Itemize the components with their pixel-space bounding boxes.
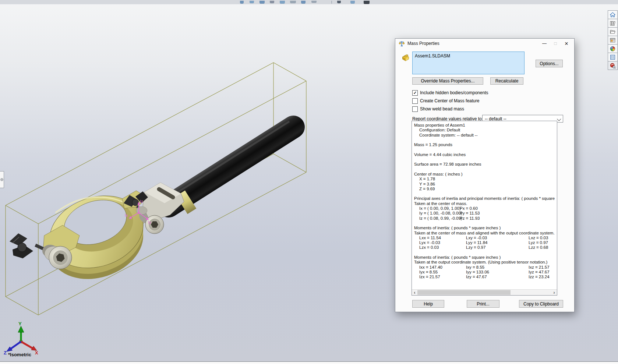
results-line: Izx = 21.57Izy = 47.67Izz = 23.24 [412,275,557,279]
results-line: Lzx = 0.03Lzy = 0.97Lzz = 0.68 [412,245,557,250]
view-palette-icon[interactable] [608,36,618,44]
design-library-icon[interactable] [608,19,618,27]
results-line: Ixx = 147.40Ixy = 8.55Ixz = 21.57 [412,265,557,270]
results-line: Z = 9.69 [412,187,557,191]
checkbox-box[interactable] [412,106,418,112]
toolbar-button-partial[interactable] [290,1,296,3]
results-line: Iy = ( 1.00, -0.08, 0.00)Py = 11.53 [412,211,557,216]
assembly-part-icon [401,53,410,62]
results-line: Y = 3.86 [412,182,557,187]
task-pane-tabs [608,10,618,70]
help-button[interactable]: Help [412,300,444,308]
results-line: Moments of inertia: ( pounds * square in… [412,226,557,230]
file-explorer-icon[interactable] [608,27,618,36]
toolbar-button-partial[interactable] [337,1,341,3]
results-line: Iyx = 8.55Iyy = 133.06Iyz = 47.67 [412,270,557,275]
results-line: Lxx = 11.54Lxy = -0.03Lxz = 0.03 [412,236,557,240]
maximize-button[interactable]: □ [550,40,561,47]
results-line: X = 1.78 [412,177,557,181]
checkbox-com-feature[interactable]: Create Center of Mass feature [412,98,479,104]
results-text: Mass properties of Assem1 Configuration:… [412,121,557,290]
checkbox-label: Include hidden bodies/components [420,90,488,95]
toolbar-button-partial[interactable] [301,1,306,4]
panel-flyout-tab[interactable] [0,171,4,188]
results-line: Mass properties of Assem1 [412,123,557,128]
top-toolbar [0,0,618,4]
blank-line [412,167,557,172]
checkbox-include-hidden[interactable]: Include hidden bodies/components [412,90,488,96]
blank-line [412,221,557,226]
copy-to-clipboard-button[interactable]: Copy to Clipboard [519,300,563,308]
results-line: Taken at the output coordinate system. (… [412,260,557,265]
toolbar-button-partial[interactable] [364,1,370,4]
dialog-title: Mass Properties [407,41,439,46]
override-mass-properties-button[interactable]: Override Mass Properties... [412,77,483,85]
checkbox-label: Create Center of Mass feature [420,98,479,103]
results-line: Iz = ( 0.08, 0.99, -0.09)Pz = 11.93 [412,216,557,221]
checkbox-box[interactable] [412,98,418,104]
principal-axis-label-iy: Iy [148,220,151,225]
custom-properties-icon[interactable] [608,53,618,61]
scrollbar-thumb[interactable] [417,290,511,295]
toolbar-button-partial[interactable] [259,1,265,4]
results-line: Coordinate system: -- default -- [412,133,557,138]
selected-item-box[interactable]: Assem1.SLDASM [412,52,525,74]
toolbar-separator [331,1,332,4]
checkbox-box[interactable] [412,90,418,96]
checkbox-label: Show weld bead mass [420,106,464,112]
results-line: Moments of inertia: ( pounds * square in… [412,255,557,260]
chevron-down-icon [557,117,561,121]
recalculate-button[interactable]: Recalculate [490,77,523,85]
toolbar-button-partial[interactable] [311,1,317,3]
mass-properties-icon [399,40,405,47]
mass-properties-dialog: Mass Properties — □ ✕ Assem1.SLDASM Opti… [395,38,575,312]
checkbox-weld-bead[interactable]: Show weld bead mass [412,106,464,112]
dialog-titlebar[interactable]: Mass Properties — □ ✕ [395,39,574,48]
origin-triad: Y X Z [4,321,38,356]
principal-axis-label-ix: Ix [125,213,128,218]
blank-line [412,138,557,142]
print-button[interactable]: Print... [467,300,499,308]
status-bar [0,361,618,364]
results-line: Configuration: Default [412,128,557,132]
triad-label-z: Z [4,350,7,356]
scroll-left-icon[interactable]: ‹ [412,290,417,295]
results-line: Principal axes of inertia and principal … [412,196,557,201]
flyout-grip-icon [0,178,3,181]
toolbar-button-partial[interactable] [250,1,254,3]
view-orientation-label: *Isometric [8,352,31,357]
home-icon[interactable] [608,10,618,19]
results-line: Taken at the center of mass and aligned … [412,231,557,236]
toolbar-button-partial[interactable] [270,1,274,3]
toolbar-button-partial[interactable] [240,1,244,4]
blank-line [412,157,557,162]
minimize-button[interactable]: — [539,40,550,47]
blank-line [412,191,557,196]
close-button[interactable]: ✕ [561,40,572,47]
toolbar-button-partial[interactable] [350,1,355,4]
scroll-right-icon[interactable]: › [551,290,557,295]
blank-line [412,250,557,255]
options-button[interactable]: Options... [536,60,563,67]
triad-label-x: X [35,350,38,356]
results-line: Lyx = -0.03Lyy = 11.84Lyz = 0.97 [412,240,557,245]
triad-label-y: Y [18,321,22,326]
results-line: Mass = 1.25 pounds [412,142,557,147]
horizontal-scrollbar[interactable]: ‹ › [412,289,557,295]
principal-axis-label-iz: Iz [140,199,143,204]
results-line: Ix = ( 0.00, 0.09, 1.00)Px = 0.60 [412,206,557,211]
results-line: Surface area = 72.98 square inches [412,162,557,167]
blank-line [412,147,557,152]
results-line: Taken at the center of mass. [412,201,557,206]
results-line: Volume = 4.44 cubic inches [412,152,557,157]
forum-icon[interactable] [608,61,618,70]
results-line: Center of mass: ( inches ) [412,172,557,177]
toolbar-button-partial[interactable] [280,1,285,4]
results-panel[interactable]: Mass properties of Assem1 Configuration:… [412,121,557,296]
appearances-icon[interactable] [608,44,618,53]
